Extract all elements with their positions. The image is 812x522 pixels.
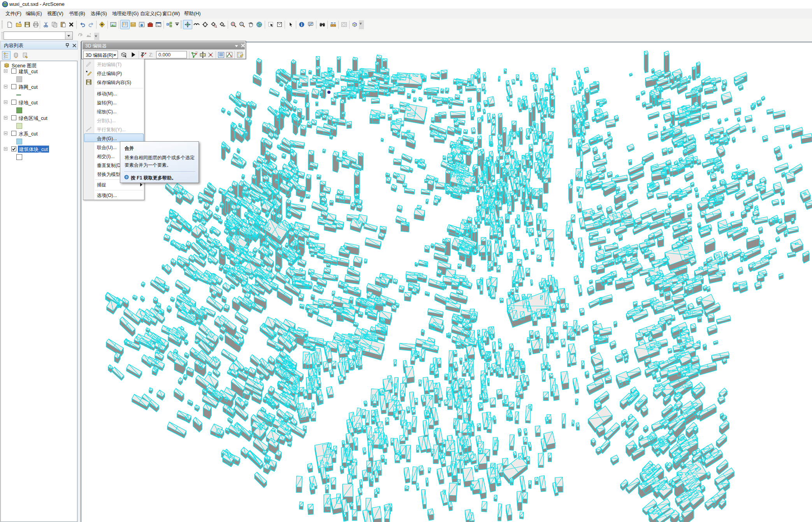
svg-text:?: ? — [126, 176, 128, 179]
